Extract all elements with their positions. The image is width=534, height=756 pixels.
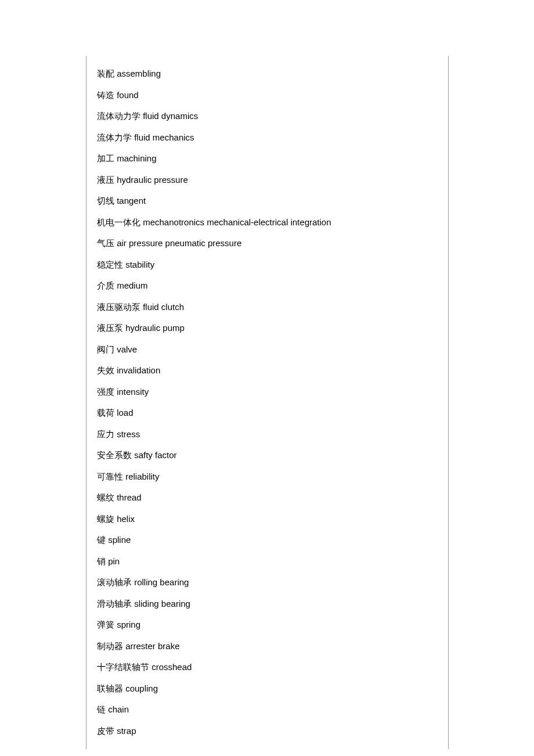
- term-line: 强度 intensity: [97, 387, 438, 397]
- term-english: safty factor: [134, 450, 176, 460]
- term-line: 液压泵 hydraulic pump: [97, 323, 438, 333]
- term-line: 阀门 valve: [97, 344, 438, 355]
- term-english: hydraulic pump: [125, 323, 185, 333]
- term-line: 弹簧 spring: [97, 620, 438, 630]
- term-english: assembling: [117, 69, 161, 78]
- term-english: crosshead: [151, 662, 192, 672]
- term-chinese: 螺纹: [97, 492, 114, 502]
- term-chinese: 机电一体化: [97, 217, 140, 227]
- term-english: medium: [117, 280, 147, 290]
- term-line: 链 chain: [97, 704, 438, 715]
- term-chinese: 铸造: [97, 90, 114, 100]
- term-english: chain: [108, 704, 129, 714]
- term-english: reliability: [125, 471, 159, 481]
- term-chinese: 流体力学: [97, 132, 132, 142]
- term-english: stability: [125, 260, 154, 269]
- term-chinese: 稳定性: [97, 260, 123, 269]
- term-english: sliding bearing: [134, 599, 190, 609]
- term-chinese: 失效: [97, 365, 114, 375]
- term-chinese: 气压: [97, 238, 114, 248]
- term-english: tangent: [117, 196, 146, 206]
- term-chinese: 可靠性: [97, 471, 123, 481]
- term-english: arrester brake: [125, 641, 179, 651]
- vocabulary-list: 装配 assembling铸造 found流体动力学 fluid dynamic…: [86, 56, 449, 749]
- term-english: invalidation: [117, 365, 160, 375]
- term-chinese: 切线: [97, 196, 114, 206]
- term-chinese: 十字结联轴节: [97, 662, 149, 672]
- term-english: helix: [117, 514, 135, 524]
- term-english: fluid mechanics: [134, 132, 194, 142]
- term-english: stress: [117, 429, 140, 439]
- term-english: thread: [117, 492, 142, 502]
- term-english: intensity: [117, 387, 149, 397]
- term-english: rolling bearing: [134, 577, 189, 587]
- term-line: 皮带 strap: [97, 726, 438, 736]
- term-english: load: [117, 408, 133, 417]
- term-english: pin: [108, 556, 120, 566]
- term-english: strap: [117, 726, 136, 736]
- term-chinese: 滚动轴承: [97, 577, 132, 587]
- term-english: fluid dynamics: [143, 111, 198, 121]
- term-chinese: 流体动力学: [97, 111, 140, 121]
- term-english: air pressure pneumatic pressure: [117, 238, 241, 248]
- term-line: 键 spline: [97, 535, 438, 545]
- term-line: 失效 invalidation: [97, 365, 438, 376]
- term-line: 十字结联轴节 crosshead: [97, 662, 438, 672]
- document-page: 装配 assembling铸造 found流体动力学 fluid dynamic…: [0, 0, 534, 756]
- term-line: 滚动轴承 rolling bearing: [97, 577, 438, 588]
- term-english: fluid clutch: [143, 302, 184, 312]
- term-line: 流体力学 fluid mechanics: [97, 132, 438, 143]
- term-chinese: 皮带: [97, 726, 114, 736]
- term-line: 制动器 arrester brake: [97, 641, 438, 651]
- term-line: 销 pin: [97, 556, 438, 567]
- term-line: 铸造 found: [97, 90, 438, 100]
- term-chinese: 阀门: [97, 344, 114, 354]
- term-line: 液压 hydraulic pressure: [97, 175, 438, 185]
- term-chinese: 液压驱动泵: [97, 302, 140, 312]
- term-line: 加工 machining: [97, 153, 438, 164]
- term-chinese: 链: [97, 704, 106, 714]
- term-chinese: 滑动轴承: [97, 599, 132, 609]
- term-chinese: 键: [97, 535, 106, 545]
- term-chinese: 安全系数: [97, 450, 132, 460]
- term-line: 安全系数 safty factor: [97, 450, 438, 460]
- term-line: 机电一体化 mechanotronics mechanical-electric…: [97, 217, 438, 228]
- term-chinese: 介质: [97, 280, 114, 290]
- term-line: 滑动轴承 sliding bearing: [97, 599, 438, 609]
- term-chinese: 装配: [97, 69, 114, 78]
- term-english: spring: [117, 620, 140, 629]
- term-english: spline: [108, 535, 131, 545]
- term-line: 稳定性 stability: [97, 260, 438, 270]
- term-english: valve: [117, 344, 137, 354]
- term-chinese: 应力: [97, 429, 114, 439]
- term-line: 液压驱动泵 fluid clutch: [97, 302, 438, 312]
- term-english: found: [117, 90, 139, 100]
- term-line: 切线 tangent: [97, 196, 438, 206]
- term-chinese: 螺旋: [97, 514, 114, 524]
- term-line: 气压 air pressure pneumatic pressure: [97, 238, 438, 249]
- term-chinese: 强度: [97, 387, 114, 397]
- term-chinese: 销: [97, 556, 106, 566]
- term-english: machining: [117, 153, 156, 163]
- term-chinese: 载荷: [97, 408, 114, 417]
- term-line: 介质 medium: [97, 280, 438, 291]
- term-line: 应力 stress: [97, 429, 438, 440]
- term-line: 流体动力学 fluid dynamics: [97, 111, 438, 121]
- term-line: 载荷 load: [97, 408, 438, 418]
- term-english: mechanotronics mechanical-electrical int…: [143, 217, 331, 227]
- term-line: 螺纹 thread: [97, 492, 438, 503]
- term-chinese: 弹簧: [97, 620, 114, 629]
- term-line: 装配 assembling: [97, 69, 438, 79]
- term-chinese: 液压: [97, 175, 114, 185]
- term-line: 联轴器 coupling: [97, 683, 438, 694]
- term-line: 螺旋 helix: [97, 514, 438, 524]
- term-chinese: 联轴器: [97, 683, 123, 693]
- term-english: coupling: [125, 683, 158, 693]
- term-line: 可靠性 reliability: [97, 471, 438, 482]
- term-chinese: 液压泵: [97, 323, 123, 333]
- term-chinese: 加工: [97, 153, 114, 163]
- term-english: hydraulic pressure: [117, 175, 188, 185]
- term-chinese: 制动器: [97, 641, 123, 651]
